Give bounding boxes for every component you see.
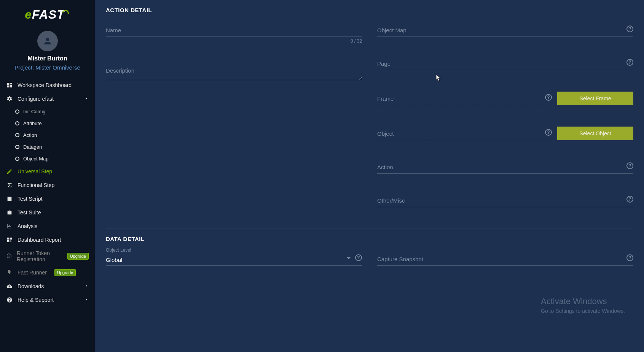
divider	[106, 228, 633, 229]
field-description: Description	[106, 65, 362, 82]
sidebar-item-fast-runner[interactable]: Fast Runner Upgrade	[0, 266, 95, 279]
sigma-icon	[6, 182, 13, 189]
input-object-map[interactable]	[377, 25, 633, 37]
edit-icon	[6, 168, 13, 175]
help-icon[interactable]: ?	[545, 129, 552, 136]
sidebar-item-label: Runner Token Registration	[17, 250, 60, 262]
sidebar-item-configure-efast[interactable]: Configure efast	[0, 92, 95, 106]
fingerprint-icon	[6, 253, 12, 260]
user-name: Mister Burton	[0, 55, 95, 62]
input-capture-snapshot[interactable]	[377, 254, 633, 266]
sidebar-sub-datagen[interactable]: Datagen	[0, 141, 95, 153]
chart-icon	[6, 223, 13, 230]
sidebar-item-label: Test Suite	[18, 209, 41, 216]
sidebar: eFAST Mister Burton Project: Mister Omni…	[0, 0, 95, 352]
nav: Workspace Dashboard Configure efast Init…	[0, 78, 95, 352]
field-object-level: Object Level ?	[106, 254, 362, 266]
chevron-down-icon	[347, 257, 351, 259]
sidebar-item-label: Help & Support	[18, 297, 54, 303]
textarea-description[interactable]	[106, 65, 362, 80]
chevron-right-icon	[84, 297, 89, 303]
grid-plus-icon	[6, 236, 13, 243]
field-object: Object ? Select Object	[377, 127, 633, 140]
input-page[interactable]	[377, 58, 633, 70]
sidebar-item-label: Datagen	[23, 144, 42, 150]
input-other-misc[interactable]	[377, 195, 633, 207]
sidebar-item-label: Attribute	[23, 121, 41, 126]
sidebar-sub-action[interactable]: Action	[0, 129, 95, 141]
sidebar-item-label: Universal Step	[18, 168, 52, 174]
input-object[interactable]	[377, 128, 552, 140]
input-frame[interactable]	[377, 93, 552, 105]
sidebar-item-analysis[interactable]: Analysis	[0, 219, 95, 233]
logo-e: e	[25, 8, 32, 21]
upgrade-badge[interactable]: Upgrade	[67, 253, 89, 260]
sidebar-item-label: Dashboard Report	[18, 237, 61, 243]
field-page: Page ?	[377, 58, 633, 70]
help-icon[interactable]: ?	[545, 94, 552, 101]
sidebar-item-label: Analysis	[18, 223, 37, 229]
char-count-name: 0 / 32	[106, 38, 362, 44]
project-name: Project: Mister Omniverse	[0, 64, 95, 71]
chevron-right-icon	[84, 283, 89, 289]
sidebar-sub-init-config[interactable]: Init Config	[0, 106, 95, 117]
input-action[interactable]	[377, 162, 633, 174]
select-frame-button[interactable]: Select Frame	[557, 92, 633, 105]
sidebar-item-functional-step[interactable]: Functional Step	[0, 178, 95, 192]
sidebar-item-dashboard-report[interactable]: Dashboard Report	[0, 233, 95, 247]
bullet-icon	[15, 133, 19, 137]
sidebar-sub-object-map[interactable]: Object Map	[0, 153, 95, 165]
sidebar-item-workspace-dashboard[interactable]: Workspace Dashboard	[0, 78, 95, 92]
sidebar-item-label: Test Script	[18, 196, 42, 202]
sidebar-item-label: Configure efast	[18, 96, 54, 102]
help-icon[interactable]: ?	[626, 59, 633, 66]
help-icon[interactable]: ?	[626, 254, 633, 261]
sidebar-item-downloads[interactable]: Downloads	[0, 279, 95, 293]
sidebar-item-label: Init Config	[23, 109, 46, 114]
help-icon	[6, 297, 13, 303]
bullet-icon	[15, 145, 19, 149]
field-action: Action ?	[377, 162, 633, 174]
sidebar-item-label: Workspace Dashboard	[18, 82, 72, 88]
help-icon[interactable]: ?	[626, 162, 633, 169]
sidebar-item-help-support[interactable]: Help & Support	[0, 293, 95, 307]
dashboard-icon	[6, 82, 13, 89]
sidebar-item-universal-step[interactable]: Universal Step	[0, 165, 95, 178]
help-icon[interactable]: ?	[626, 196, 633, 203]
sidebar-item-label: Action	[23, 132, 37, 138]
upgrade-badge[interactable]: Upgrade	[54, 269, 76, 276]
chevron-down-icon	[84, 96, 89, 102]
field-frame: Frame ? Select Frame	[377, 92, 633, 105]
sidebar-item-label: Fast Runner	[18, 270, 47, 276]
bullet-icon	[15, 109, 19, 114]
help-icon[interactable]: ?	[626, 25, 633, 32]
logo: eFAST	[0, 8, 95, 22]
input-name[interactable]	[106, 25, 362, 37]
suitcase-icon	[6, 209, 13, 216]
section-title-action-detail: ACTION DETAIL	[106, 7, 633, 13]
gear-icon	[6, 95, 13, 102]
user-block: Mister Burton Project: Mister Omniverse	[0, 31, 95, 71]
sidebar-item-test-suite[interactable]: Test Suite	[0, 206, 95, 219]
sidebar-sub-attribute[interactable]: Attribute	[0, 117, 95, 129]
list-icon	[6, 195, 13, 202]
bullet-icon	[15, 157, 19, 161]
main-content: ACTION DETAIL Name 0 / 32 Description Ob…	[95, 0, 644, 352]
cloud-download-icon	[6, 283, 13, 290]
sidebar-item-label: Functional Step	[18, 182, 54, 188]
help-icon[interactable]: ?	[355, 254, 362, 261]
avatar[interactable]	[37, 31, 58, 51]
field-capture-snapshot: Capture Snapshot ?	[377, 254, 633, 266]
label-object-level: Object Level	[106, 247, 131, 253]
select-object-level[interactable]	[106, 254, 362, 266]
bolt-icon	[6, 269, 13, 276]
field-name: Name 0 / 32	[106, 25, 362, 44]
sidebar-item-runner-token[interactable]: Runner Token Registration Upgrade	[0, 247, 95, 266]
select-object-button[interactable]: Select Object	[557, 127, 633, 140]
sidebar-item-label: Downloads	[18, 283, 44, 289]
sidebar-item-test-script[interactable]: Test Script	[0, 192, 95, 206]
field-object-map: Object Map ?	[377, 25, 633, 37]
person-icon	[43, 36, 53, 46]
sidebar-item-label: Object Map	[23, 156, 48, 162]
bullet-icon	[15, 121, 19, 125]
